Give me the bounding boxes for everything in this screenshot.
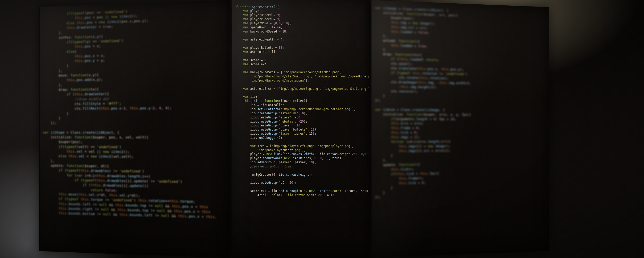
code-pane-center: function SpaceShooter(){ var player; var… bbox=[232, 3, 369, 199]
monitor-right: var iiImage = Class.create(iiObject, { i… bbox=[371, 0, 549, 258]
monitor-left: if(typeof(pos) == 'undefined') this.pos … bbox=[39, 0, 230, 258]
code-pane-right: var iiImage = Class.create(iiObject, { i… bbox=[371, 3, 549, 202]
photo-scene: if(typeof(pos) == 'undefined') this.pos … bbox=[0, 0, 644, 258]
monitor-center: function SpaceShooter(){ var player; var… bbox=[232, 0, 369, 258]
code-pane-left: if(typeof(pos) == 'undefined') this.pos … bbox=[39, 4, 230, 222]
